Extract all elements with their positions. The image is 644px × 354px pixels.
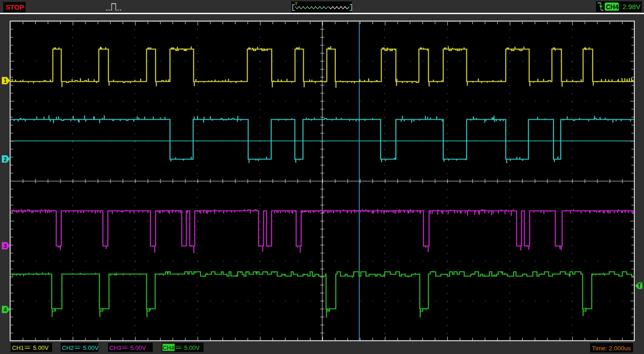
svg-text:2: 2 [4,156,7,163]
svg-text:CH4: CH4 [163,345,174,351]
svg-text:3: 3 [4,243,7,249]
svg-text:1: 1 [4,78,7,84]
svg-text:5.00V: 5.00V [130,344,146,351]
svg-text:5.00V: 5.00V [184,344,200,351]
svg-text:T: T [638,283,641,289]
svg-text:CH1: CH1 [12,344,24,351]
svg-text:2.98V: 2.98V [623,3,640,11]
svg-text:CH3: CH3 [109,344,121,351]
svg-text:STOP: STOP [5,3,24,11]
svg-text:T: T [295,1,298,6]
svg-text:Time: 2.000us: Time: 2.000us [592,345,631,352]
svg-text:5.00V: 5.00V [83,344,99,351]
svg-text:CH4: CH4 [606,3,619,11]
svg-text:4: 4 [4,306,7,313]
svg-text:CH2: CH2 [62,344,74,351]
svg-text:5.00V: 5.00V [33,344,48,351]
